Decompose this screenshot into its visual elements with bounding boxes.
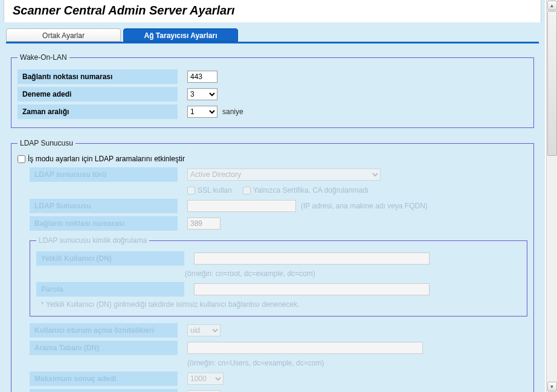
ldap-server-hint: (IP adresi, ana makine adı veya FQDN) xyxy=(301,202,428,210)
scroll-track[interactable] xyxy=(547,11,557,381)
scroll-thumb[interactable] xyxy=(547,11,557,156)
max-results-select: 1000 xyxy=(187,373,224,385)
cert-only-label: Yalnızca Sertifika, CA doğrulanmadı xyxy=(253,186,369,194)
ldap-auth-pass-input xyxy=(194,283,430,295)
wake-on-lan-legend: Wake-On-LAN xyxy=(18,53,69,62)
login-attr-label: Kullanıcı oturum açma öznitelikleri xyxy=(30,323,178,338)
wol-retry-select[interactable]: 3 xyxy=(187,88,217,100)
scroll-up-button[interactable]: ▲ xyxy=(547,1,557,10)
wol-port-input[interactable] xyxy=(187,71,217,83)
ldap-enable-checkbox[interactable] xyxy=(18,155,25,163)
ssl-checkbox xyxy=(187,187,195,194)
ldap-auth-user-input xyxy=(194,252,430,265)
ldap-auth-pass-label: Parola xyxy=(36,282,184,297)
ldap-server-legend: LDAP Sunucusu xyxy=(18,139,76,147)
search-base-hint: (örneğin: cn=Users, dc=example, dc=com) xyxy=(18,358,527,371)
ldap-auth-star-hint: * Yetkili Kullanıcı (DN) girilmediği tak… xyxy=(36,299,521,312)
login-attr-select: uid xyxy=(187,324,221,336)
ldap-server-type-select: Active Directory xyxy=(187,169,381,181)
wake-on-lan-group: Wake-On-LAN Bağlantı noktası numarası De… xyxy=(11,53,534,128)
ldap-enable-label: İş modu ayarları için LDAP aramalarını e… xyxy=(28,155,185,163)
ldap-port-input xyxy=(187,217,221,230)
search-timeout-label: Arama zaman aşımı xyxy=(30,389,178,392)
wol-interval-label: Zaman aralığı xyxy=(18,104,178,119)
ldap-auth-user-hint: (örneğin: cn=root, dc=example, dc=com) xyxy=(36,268,521,281)
wol-retry-label: Deneme adedi xyxy=(18,87,178,101)
tab-strip: Ortak Ayarlar Ağ Tarayıcısı Ayarları xyxy=(6,27,539,42)
ldap-server-type-label: LDAP sunucusu türü xyxy=(30,167,178,182)
page-title-banner: Scanner Central Admin Server Ayarları xyxy=(4,0,541,22)
scroll-down-button[interactable]: ▼ xyxy=(547,382,557,391)
search-base-label: Arama Tabanı (DN) xyxy=(30,341,178,355)
window-scrollbar[interactable]: ▲ ▼ xyxy=(546,0,557,392)
ssl-label: SSL kullan xyxy=(198,186,232,194)
search-base-input xyxy=(187,342,423,354)
ldap-server-input xyxy=(187,200,296,212)
wol-interval-select[interactable]: 1 xyxy=(187,106,217,118)
tab-common-settings[interactable]: Ortak Ayarlar xyxy=(6,28,121,42)
max-results-label: Maksimum sonuç adedi xyxy=(30,371,178,386)
tab-underline xyxy=(6,42,539,43)
ldap-auth-group: LDAP sunucusu kimlik doğrulama Yetkili K… xyxy=(30,236,527,316)
tab-network-scanner-settings[interactable]: Ağ Tarayıcısı Ayarları xyxy=(123,28,238,42)
wol-interval-unit: saniye xyxy=(222,108,243,116)
wol-port-label: Bağlantı noktası numarası xyxy=(18,69,178,84)
page-title: Scanner Central Admin Server Ayarları xyxy=(13,4,532,18)
ldap-auth-user-label: Yetkili Kullanıcı (DN) xyxy=(36,251,184,266)
ldap-server-label: LDAP Sunucusu xyxy=(30,199,178,213)
ldap-server-group: LDAP Sunucusu İş modu ayarları için LDAP… xyxy=(11,139,534,392)
ldap-auth-legend: LDAP sunucusu kimlik doğrulama xyxy=(36,236,149,245)
ldap-port-label: Bağlantı noktası numarası xyxy=(30,216,178,231)
cert-only-checkbox xyxy=(243,187,251,194)
